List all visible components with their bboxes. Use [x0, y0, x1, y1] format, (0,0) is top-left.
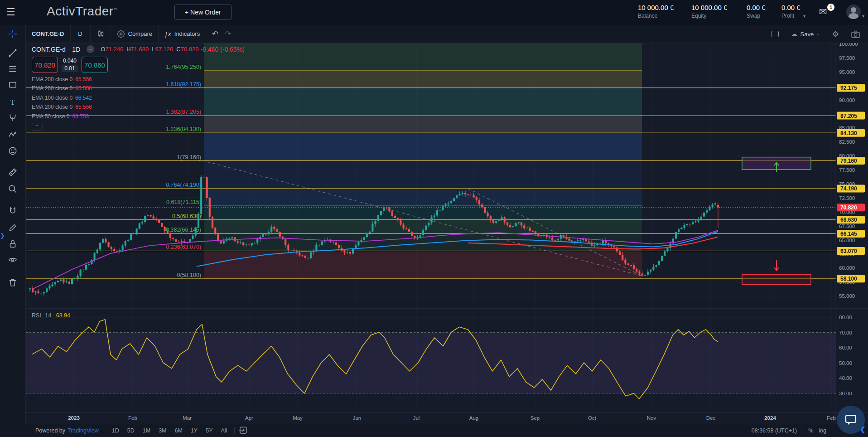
magnet-icon[interactable]	[8, 206, 19, 217]
svg-text:70.820: 70.820	[840, 204, 857, 211]
svg-text:0.618(71.115): 0.618(71.115)	[166, 199, 201, 205]
indicator-row[interactable]: EMA 200 close 065.556	[32, 85, 245, 92]
crosshair-tool-button[interactable]	[0, 25, 26, 43]
fx-icon: ƒx	[164, 30, 171, 38]
percent-scale-button[interactable]: %	[805, 427, 816, 434]
indicators-button[interactable]: ƒx Indicators	[159, 25, 206, 43]
svg-text:30.00: 30.00	[839, 391, 852, 396]
pattern-icon[interactable]	[8, 130, 19, 141]
mail-icon[interactable]: ✉	[819, 6, 827, 17]
pitchfork-icon[interactable]	[8, 112, 19, 123]
edit-icon[interactable]	[8, 223, 19, 233]
range-6m[interactable]: 6M	[172, 427, 186, 435]
avatar[interactable]	[846, 5, 861, 19]
legend-symbol[interactable]: CONT.GE-d	[32, 46, 66, 53]
range-5d[interactable]: 5D	[124, 427, 138, 435]
crosshair-icon	[8, 29, 17, 39]
go-to-date-button[interactable]	[239, 426, 248, 436]
mail-badge: 1	[827, 4, 834, 11]
top-bar: ☰ ActivTrader™ + New Order 10 000.00 €Ba…	[0, 0, 868, 25]
clock[interactable]: 08:36:58 (UTC+1)	[752, 427, 797, 434]
ohlc-o: O71.240	[101, 46, 123, 53]
sidebar-expander-icon[interactable]: ❯	[0, 232, 5, 239]
spread-value: 0.01	[62, 65, 77, 72]
trash-icon[interactable]	[8, 277, 19, 288]
svg-text:66.145: 66.145	[840, 231, 857, 237]
range-1m[interactable]: 1M	[140, 427, 154, 435]
range-5y[interactable]: 5Y	[203, 427, 216, 435]
ohlc-l: L67.120	[152, 46, 173, 53]
svg-text:80.00: 80.00	[839, 315, 852, 320]
svg-text:60.00: 60.00	[839, 345, 852, 350]
redo-icon: ↷	[225, 29, 231, 38]
collapse-indicators-button[interactable]: ⌃	[32, 123, 43, 131]
save-button[interactable]: ☁ Save ⌄	[785, 25, 826, 43]
svg-text:Jul: Jul	[413, 415, 420, 421]
stat-balance: 10 000.00 €Balance	[638, 4, 674, 19]
go-to-date-icon	[239, 426, 248, 434]
ohlc-h: H71.680	[126, 46, 149, 53]
buy-button[interactable]: 70.860	[82, 57, 108, 73]
spread: 0.040 0.01	[58, 58, 82, 72]
avatar-caret-icon[interactable]: ▾	[862, 14, 864, 19]
compare-button[interactable]: Compare	[111, 25, 159, 43]
svg-text:60.000: 60.000	[839, 265, 855, 271]
text-icon[interactable]: T	[8, 97, 19, 108]
indicator-row[interactable]: EMA 200 close 065.556	[32, 104, 245, 110]
range-1d[interactable]: 1D	[109, 427, 122, 435]
svg-text:40.00: 40.00	[839, 375, 852, 381]
gear-icon: ⚙	[832, 29, 839, 39]
candlestick-style-icon	[96, 30, 105, 38]
chart-style-button[interactable]	[91, 25, 111, 43]
layout-button[interactable]	[766, 25, 785, 43]
indicator-row[interactable]: EMA 200 close 065.556	[32, 76, 245, 83]
svg-text:0.5(68.630): 0.5(68.630)	[172, 213, 201, 219]
tradingview-link[interactable]: TradingView	[68, 427, 99, 434]
chart-legend: CONT.GE-d · 1D – O71.240H71.680L67.120C7…	[32, 45, 245, 131]
change-value: -0.460 (-0.65%)	[200, 46, 244, 53]
measure-icon[interactable]	[8, 167, 19, 178]
svg-text:68.630: 68.630	[840, 217, 857, 223]
svg-text:Feb: Feb	[827, 415, 836, 421]
log-scale-button[interactable]: log	[816, 427, 829, 434]
chat-icon	[845, 414, 857, 425]
svg-text:84.130: 84.130	[840, 130, 857, 136]
zoom-icon[interactable]	[8, 184, 19, 195]
interval-button[interactable]: D	[71, 25, 91, 43]
emoji-icon[interactable]	[8, 146, 19, 157]
indicator-legend-rows: EMA 200 close 065.556EMA 200 close 065.5…	[32, 76, 245, 120]
undo-button[interactable]: ↶	[206, 25, 224, 43]
svg-text:77.500: 77.500	[839, 167, 855, 173]
sell-button[interactable]: 70.820	[32, 57, 58, 73]
symbol-button[interactable]: CONT.GE-D	[26, 25, 71, 43]
range-3m[interactable]: 3M	[155, 427, 169, 435]
range-1y[interactable]: 1Y	[188, 427, 201, 435]
chart-settings-button[interactable]: ⚙	[826, 25, 845, 43]
lock-icon[interactable]	[8, 239, 19, 250]
timeframe-buttons: 1D5D1M3M6M1Y5YAll	[109, 427, 231, 435]
menu-icon[interactable]: ☰	[6, 7, 15, 18]
eye-icon[interactable]	[8, 255, 19, 266]
svg-text:87.205: 87.205	[840, 113, 857, 119]
indicator-row[interactable]: EMA 50 close 066.753	[32, 113, 245, 120]
svg-text:95.000: 95.000	[839, 69, 855, 75]
shapes-icon[interactable]	[8, 80, 19, 91]
hide-symbol-icon[interactable]: –	[87, 45, 94, 53]
indicator-row[interactable]: EMA 100 close 066.542	[32, 95, 245, 101]
snapshot-button[interactable]	[845, 25, 868, 43]
svg-text:97.500: 97.500	[839, 55, 855, 61]
svg-text:55.000: 55.000	[839, 293, 855, 299]
legend-interval: 1D	[72, 46, 80, 53]
fib-lines-icon[interactable]	[8, 64, 19, 75]
trend-line-icon[interactable]	[8, 48, 19, 59]
profit-caret-icon[interactable]: ▾	[803, 14, 805, 19]
stat-equity: 10 000.00 €Equity	[691, 4, 727, 19]
svg-text:0.764(74.190): 0.764(74.190)	[166, 182, 201, 188]
svg-text:74.190: 74.190	[840, 185, 857, 192]
camera-icon	[851, 30, 860, 38]
panel-collapse-icon[interactable]: ❮	[860, 425, 866, 433]
rsi-value: 63.94	[56, 312, 70, 319]
new-order-button[interactable]: + New Order	[174, 5, 231, 20]
redo-button[interactable]: ↷	[224, 25, 237, 43]
range-all[interactable]: All	[218, 427, 231, 435]
